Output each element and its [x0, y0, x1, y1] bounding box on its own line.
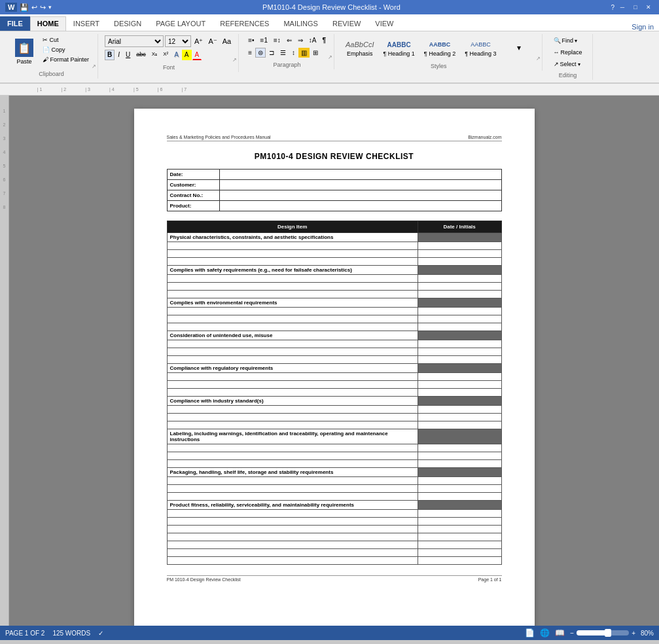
checklist-item-cell[interactable]: [167, 444, 418, 452]
checklist-date-cell[interactable]: [418, 291, 501, 298]
align-left-button[interactable]: ≡: [245, 48, 255, 58]
checklist-date-cell[interactable]: [418, 421, 501, 429]
checklist-item-cell[interactable]: [167, 414, 418, 421]
tab-view[interactable]: VIEW: [368, 16, 401, 31]
checklist-date-cell[interactable]: [418, 356, 501, 364]
checklist-date-cell[interactable]: [418, 526, 501, 533]
font-color-button[interactable]: A: [192, 50, 202, 60]
sign-in-button[interactable]: Sign in: [626, 23, 659, 31]
zoom-bar[interactable]: [577, 630, 629, 635]
tab-references[interactable]: REFERENCES: [213, 16, 276, 31]
checklist-date-cell[interactable]: [418, 275, 501, 283]
checklist-date-cell[interactable]: [418, 414, 501, 421]
checklist-date-cell[interactable]: [418, 348, 501, 356]
checklist-item-cell[interactable]: [167, 356, 418, 364]
checklist-item-cell[interactable]: [167, 421, 418, 429]
highlight-button[interactable]: A: [182, 50, 192, 60]
align-right-button[interactable]: ⊐: [266, 48, 277, 58]
justify-button[interactable]: ☰: [277, 48, 289, 58]
help-icon[interactable]: ?: [611, 4, 614, 11]
checklist-date-cell[interactable]: [418, 549, 501, 557]
checklist-date-cell[interactable]: [418, 429, 501, 444]
proofing-icon[interactable]: ✓: [98, 630, 103, 637]
checklist-date-cell[interactable]: [418, 283, 501, 291]
checklist-item-cell[interactable]: Compliance with industry standard(s): [167, 397, 418, 406]
checklist-date-cell[interactable]: [418, 308, 501, 315]
multilevel-button[interactable]: ≡↕: [271, 35, 283, 45]
contract-value[interactable]: [219, 190, 501, 201]
checklist-item-cell[interactable]: [167, 406, 418, 414]
copy-button[interactable]: 📄 Copy: [39, 45, 92, 54]
zoom-in-button[interactable]: +: [632, 630, 635, 637]
replace-button[interactable]: ↔ Replace: [549, 47, 587, 58]
select-button[interactable]: ↗ Select ▾: [549, 59, 587, 69]
shading-button[interactable]: ▥: [298, 48, 310, 58]
align-center-button[interactable]: ⊜: [255, 48, 266, 58]
checklist-item-cell[interactable]: Labeling, including warnings, identifica…: [167, 429, 418, 444]
tab-file[interactable]: FILE: [0, 16, 30, 31]
checklist-item-cell[interactable]: [167, 291, 418, 298]
borders-button[interactable]: ⊞: [310, 48, 321, 58]
checklist-item-cell[interactable]: Product fitness, reliability, serviceabi…: [167, 501, 418, 510]
layout-web-icon[interactable]: 🌐: [540, 628, 550, 637]
restore-button[interactable]: □: [630, 3, 641, 12]
checklist-date-cell[interactable]: [418, 460, 501, 468]
checklist-date-cell[interactable]: [418, 501, 501, 510]
tab-page-layout[interactable]: PAGE LAYOUT: [149, 16, 213, 31]
checklist-date-cell[interactable]: [418, 389, 501, 397]
show-para-button[interactable]: ¶: [319, 35, 329, 45]
bullets-button[interactable]: ≡•: [245, 35, 257, 45]
zoom-out-button[interactable]: −: [570, 630, 574, 637]
checklist-item-cell[interactable]: [167, 493, 418, 501]
checklist-item-cell[interactable]: [167, 250, 418, 258]
checklist-item-cell[interactable]: [167, 541, 418, 549]
page-count[interactable]: PAGE 1 OF 2: [5, 630, 45, 637]
checklist-item-cell[interactable]: Consideration of unintended use, misuse: [167, 331, 418, 340]
checklist-item-cell[interactable]: Packaging, handling, shelf life, storage…: [167, 468, 418, 477]
increase-indent-button[interactable]: ⇒: [295, 35, 306, 45]
checklist-date-cell[interactable]: [418, 485, 501, 493]
checklist-date-cell[interactable]: [418, 533, 501, 541]
checklist-item-cell[interactable]: [167, 381, 418, 389]
clipboard-dialog-launcher[interactable]: ↗: [92, 63, 96, 69]
checklist-date-cell[interactable]: [418, 364, 501, 373]
checklist-date-cell[interactable]: [418, 557, 501, 565]
checklist-item-cell[interactable]: [167, 549, 418, 557]
zoom-level[interactable]: 80%: [641, 630, 654, 637]
layout-read-icon[interactable]: 📖: [555, 628, 565, 637]
checklist-date-cell[interactable]: [418, 518, 501, 526]
quick-access-redo[interactable]: ↪: [40, 3, 46, 12]
bold-button[interactable]: B: [105, 50, 115, 60]
customer-value[interactable]: [219, 180, 501, 190]
styles-more-button[interactable]: ▾: [503, 37, 535, 59]
style-emphasis[interactable]: AaBbCcI Emphasis: [342, 37, 377, 59]
numbering-button[interactable]: ≡1: [258, 35, 270, 45]
font-size-select[interactable]: 12: [165, 35, 191, 47]
quick-access-undo[interactable]: ↩: [31, 3, 37, 12]
checklist-date-cell[interactable]: [418, 258, 501, 266]
checklist-date-cell[interactable]: [418, 250, 501, 258]
checklist-item-cell[interactable]: [167, 460, 418, 468]
text-effects-button[interactable]: A: [171, 50, 181, 60]
checklist-date-cell[interactable]: [418, 331, 501, 340]
tab-mailings[interactable]: MAILINGS: [276, 16, 325, 31]
strikethrough-button[interactable]: abc: [134, 50, 149, 60]
format-painter-button[interactable]: 🖌 Format Painter: [39, 55, 92, 64]
quick-access-save[interactable]: 💾: [20, 3, 29, 12]
checklist-item-cell[interactable]: [167, 242, 418, 250]
checklist-item-cell[interactable]: [167, 526, 418, 533]
checklist-item-cell[interactable]: [167, 389, 418, 397]
style-heading3[interactable]: AABBC ¶ Heading 3: [461, 37, 499, 59]
decrease-indent-button[interactable]: ⇐: [284, 35, 294, 45]
italic-button[interactable]: I: [115, 50, 122, 60]
checklist-item-cell[interactable]: [167, 308, 418, 315]
close-button[interactable]: ✕: [643, 3, 654, 12]
checklist-date-cell[interactable]: [418, 406, 501, 414]
paste-button[interactable]: 📋 Paste: [10, 35, 38, 68]
word-count[interactable]: 125 WORDS: [52, 630, 90, 637]
shrink-font-button[interactable]: A⁻: [206, 37, 219, 46]
style-heading2[interactable]: AABBC ¶ Heading 2: [421, 37, 459, 59]
superscript-button[interactable]: X²: [160, 50, 171, 60]
checklist-item-cell[interactable]: [167, 315, 418, 323]
checklist-date-cell[interactable]: [418, 541, 501, 549]
